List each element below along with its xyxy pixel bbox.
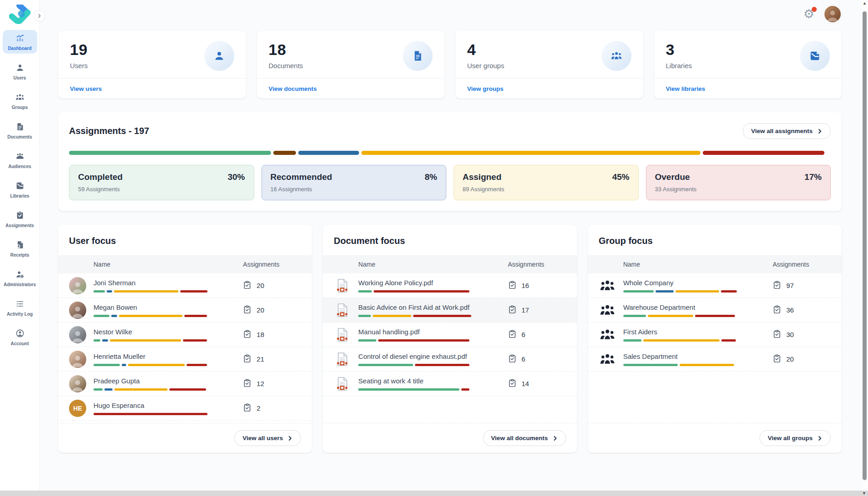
bar-segment-green	[358, 290, 372, 293]
profile-avatar[interactable]	[824, 5, 842, 23]
table-row[interactable]: Seating at work 4 title14	[323, 372, 577, 396]
scroll-down-arrow-icon[interactable]: ▼	[862, 491, 866, 496]
row-name: Control of diesel engine exhaust.pdf	[358, 352, 500, 360]
table-row[interactable]: Working Alone Policy.pdf16	[323, 273, 577, 298]
sidebar-item-label: Documents	[7, 134, 32, 139]
table-row[interactable]: Control of diesel engine exhaust.pdf6	[323, 347, 577, 372]
app-logo	[9, 5, 31, 25]
assignment-stat-assigned[interactable]: Assigned45%89 Assignments	[454, 165, 639, 200]
bar-segment-green	[623, 339, 641, 342]
bar-segment-red	[721, 339, 736, 342]
sidebar-item-assignments[interactable]: Assignments	[3, 207, 37, 231]
chevron-right-icon	[287, 436, 293, 441]
sidebar-item-audiences[interactable]: Audiences	[3, 148, 37, 172]
table-row[interactable]: HEHugo Esperanca2	[58, 396, 312, 421]
table-rows: Whole Company97Warehouse Department36Fir…	[588, 273, 842, 372]
sidebar-item-receipts[interactable]: Receipts	[3, 237, 37, 260]
row-main: Pradeep Gupta	[94, 377, 236, 391]
table-row[interactable]: Nestor Wilke18	[58, 322, 312, 347]
bar-segment-blue	[656, 290, 674, 293]
table-row[interactable]: Manual handling.pdf6	[323, 322, 577, 347]
assignment-stat-completed[interactable]: Completed30%59 Assignments	[69, 165, 254, 200]
row-progress-bar	[358, 364, 472, 366]
assignments-count-value: 6	[522, 331, 525, 338]
table-row[interactable]: First Aiders30	[588, 322, 842, 347]
assignment-stat-recommended[interactable]: Recommended8%16 Assignments	[261, 165, 447, 200]
stat-box-label: Assigned	[463, 172, 502, 182]
sidebar-item-label: Groups	[12, 105, 28, 110]
user-icon	[204, 41, 234, 71]
view-all-view-all-groups-button[interactable]: View all groups	[760, 430, 831, 446]
bar-segment-red	[413, 315, 471, 317]
table-row[interactable]: Sales Department20	[588, 347, 842, 372]
group-icon	[602, 41, 631, 71]
table-row[interactable]: Basic Advice on First Aid at Work.pdf17	[323, 298, 577, 322]
vertical-scrollbar[interactable]: ▲	[862, 0, 868, 491]
row-name: Hugo Esperanca	[94, 402, 236, 409]
sidebar-item-libraries[interactable]: Libraries	[3, 178, 37, 201]
bar-segment-yellow	[119, 315, 182, 317]
table-row[interactable]: Henrietta Mueller21	[58, 347, 312, 372]
row-progress-bar	[94, 413, 207, 415]
bar-segment-yellow	[648, 315, 693, 317]
assignment-stat-overdue[interactable]: Overdue17%33 Assignments	[646, 165, 831, 200]
view-view-users-link[interactable]: View users	[70, 85, 102, 92]
clipboard-check-icon	[508, 354, 517, 364]
row-main: First Aiders	[623, 328, 765, 342]
clipboard-check-icon	[773, 281, 781, 291]
horizontal-scrollbar[interactable]	[0, 491, 868, 496]
view-view-groups-link[interactable]: View groups	[467, 85, 503, 92]
clipboard-check-icon	[243, 305, 252, 315]
row-assignments-count: 6	[508, 354, 566, 364]
stat-box-top: Overdue17%	[655, 172, 822, 182]
assignments-count-value: 14	[522, 380, 529, 387]
table-row[interactable]: Pradeep Gupta12	[58, 372, 312, 396]
pdf-icon	[334, 277, 351, 294]
sidebar-item-administrators[interactable]: Administrators	[3, 266, 37, 290]
row-main: Working Alone Policy.pdf	[358, 279, 500, 293]
bar-segment-yellow	[114, 290, 178, 293]
sidebar-expand-button[interactable]	[34, 10, 45, 22]
group-icon	[599, 277, 616, 294]
table-row[interactable]: Whole Company97	[588, 273, 842, 298]
row-progress-bar	[94, 290, 207, 293]
stat-card-footer: View groups	[455, 78, 643, 99]
view-all-view-all-users-button[interactable]: View all users	[234, 430, 301, 446]
view-all-view-all-documents-button[interactable]: View all documents	[483, 430, 566, 446]
clipboard-check-icon	[243, 403, 252, 413]
row-assignments-count: 20	[773, 354, 831, 364]
clipboard-check-icon	[508, 281, 517, 291]
sidebar-item-account[interactable]: Account	[3, 325, 37, 349]
settings-gear-button[interactable]: ⚙	[804, 8, 814, 20]
column-header-assignments: Assignments	[773, 261, 831, 268]
sidebar-item-users[interactable]: Users	[3, 60, 37, 83]
vertical-scrollbar-thumb[interactable]	[863, 11, 867, 480]
bar-segment-green	[358, 364, 413, 366]
stat-label: Users	[70, 62, 88, 69]
row-assignments-count: 21	[243, 354, 301, 364]
bar-segment-blue	[107, 290, 112, 293]
view-view-libraries-link[interactable]: View libraries	[666, 85, 705, 92]
bar-segment-blue	[111, 315, 117, 317]
scroll-up-arrow-icon[interactable]: ▲	[863, 1, 867, 5]
table-row[interactable]: Megan Bowen20	[58, 298, 312, 322]
document-icon	[403, 41, 433, 71]
sidebar-item-documents[interactable]: Documents	[3, 119, 37, 142]
view-all-assignments-button[interactable]: View all assignments	[743, 123, 831, 139]
main-content: ⚙ 19UsersView users18DocumentsView docum…	[40, 0, 862, 491]
row-main: Basic Advice on First Aid at Work.pdf	[358, 303, 500, 317]
view-view-documents-link[interactable]: View documents	[269, 85, 317, 92]
sidebar-item-dashboard[interactable]: Dashboard	[3, 30, 37, 54]
sidebar-item-activity-log[interactable]: Activity Log	[3, 296, 37, 319]
clipboard-check-icon	[243, 330, 252, 340]
stat-card-text: 18Documents	[269, 41, 303, 69]
row-progress-bar	[94, 364, 207, 366]
sidebar-item-groups[interactable]: Groups	[3, 89, 37, 113]
avatar	[69, 302, 86, 319]
bar-segment-green	[358, 339, 376, 342]
bar-segment-green	[94, 364, 120, 366]
table-row[interactable]: Joni Sherman20	[58, 273, 312, 298]
bar-segment-red	[695, 315, 735, 317]
table-row[interactable]: Warehouse Department36	[588, 298, 842, 322]
stat-box-label: Completed	[78, 172, 123, 182]
